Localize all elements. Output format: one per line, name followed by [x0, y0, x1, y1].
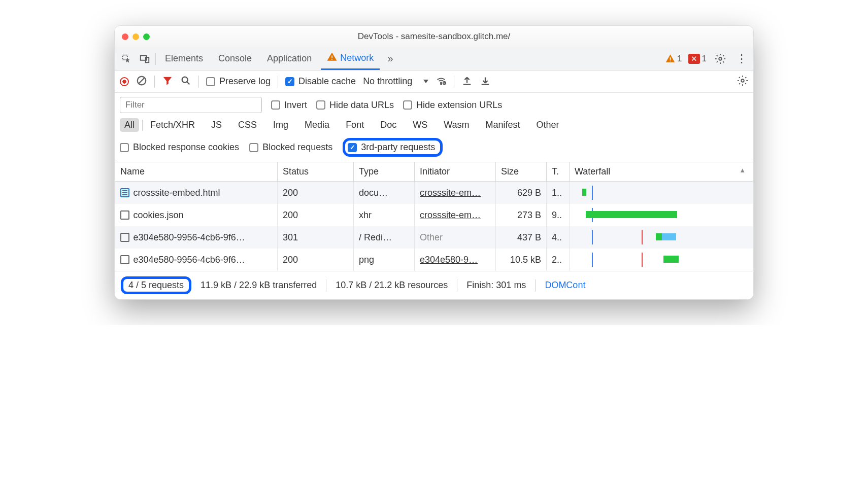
col-waterfall[interactable]: Waterfall: [570, 162, 753, 182]
tab-elements[interactable]: Elements: [159, 47, 209, 70]
initiator-link[interactable]: crosssite-em…: [420, 188, 481, 198]
checkbox-icon: [249, 143, 258, 152]
initiator-link: Other: [420, 232, 443, 242]
type-img[interactable]: Img: [269, 118, 293, 132]
type-cell: xhr: [354, 204, 415, 226]
search-icon[interactable]: [180, 75, 191, 88]
type-fetchxhr[interactable]: Fetch/XHR: [146, 118, 199, 132]
size-cell: 437 B: [496, 226, 547, 249]
third-party-label: 3rd-party requests: [361, 142, 435, 153]
invert-label: Invert: [284, 100, 307, 111]
network-conditions-icon[interactable]: [436, 75, 447, 88]
domcontent-link[interactable]: DOMCont: [536, 280, 594, 291]
initiator-link[interactable]: e304e580-9…: [420, 255, 478, 265]
table-row[interactable]: e304e580-9956-4cb6-9f6…301/ Redi…Other43…: [115, 226, 753, 249]
tab-network[interactable]: Network: [321, 47, 380, 70]
checkbox-icon: [206, 77, 215, 86]
disable-cache-checkbox[interactable]: Disable cache: [285, 76, 356, 87]
checkbox-icon: [120, 143, 129, 152]
time-cell: 4..: [547, 226, 570, 249]
record-button[interactable]: [120, 77, 129, 86]
table-row[interactable]: cookies.json200xhrcrosssite-em…273 B9..: [115, 204, 753, 226]
device-toggle-icon[interactable]: [137, 51, 152, 66]
hide-data-urls-label: Hide data URLs: [329, 100, 394, 111]
checkbox-icon: [403, 100, 412, 110]
col-size[interactable]: Size: [496, 162, 547, 182]
type-wasm[interactable]: Wasm: [439, 118, 474, 132]
warning-icon: [327, 52, 337, 64]
type-font[interactable]: Font: [341, 118, 369, 132]
checkbox-checked-icon: [285, 77, 294, 86]
blocked-requests-checkbox[interactable]: Blocked requests: [249, 142, 332, 153]
kebab-menu-icon[interactable]: ⋮: [734, 51, 749, 66]
warning-count[interactable]: 1: [665, 54, 682, 64]
status-bar: 4 / 5 requests 11.9 kB / 22.9 kB transfe…: [115, 271, 753, 299]
checkbox-checked-icon: [348, 143, 357, 152]
finish-time: Finish: 301 ms: [457, 280, 535, 291]
table-row[interactable]: e304e580-9956-4cb6-9f6…200pnge304e580-9……: [115, 249, 753, 271]
size-cell: 629 B: [496, 182, 547, 204]
throttling-dropdown-icon[interactable]: [423, 80, 428, 83]
svg-point-10: [182, 77, 188, 82]
waterfall-cell: [570, 249, 753, 271]
warning-count-value: 1: [677, 54, 682, 64]
type-css[interactable]: CSS: [233, 118, 261, 132]
upload-har-icon[interactable]: [461, 75, 473, 88]
tab-network-label: Network: [340, 53, 374, 63]
requests-highlight: 4 / 5 requests: [121, 276, 191, 294]
settings-icon[interactable]: [713, 51, 728, 66]
request-name: e304e580-9956-4cb6-9f6…: [133, 232, 245, 243]
inspect-icon[interactable]: [119, 51, 134, 66]
type-other[interactable]: Other: [532, 118, 564, 132]
error-count[interactable]: ✕ 1: [688, 54, 707, 64]
clear-button[interactable]: [136, 75, 147, 88]
col-name[interactable]: Name: [115, 162, 278, 182]
svg-point-12: [441, 83, 442, 84]
blocked-cookies-checkbox[interactable]: Blocked response cookies: [120, 142, 239, 153]
type-cell: docu…: [354, 182, 415, 204]
status-cell: 200: [278, 249, 354, 271]
type-manifest[interactable]: Manifest: [481, 118, 525, 132]
col-initiator[interactable]: Initiator: [415, 162, 496, 182]
preserve-log-checkbox[interactable]: Preserve log: [206, 76, 271, 87]
type-doc[interactable]: Doc: [376, 118, 401, 132]
col-status[interactable]: Status: [278, 162, 354, 182]
col-time[interactable]: T.: [547, 162, 570, 182]
hide-extension-urls-checkbox[interactable]: Hide extension URLs: [403, 100, 502, 111]
size-cell: 10.5 kB: [496, 249, 547, 271]
file-blank-icon: [120, 210, 129, 220]
error-count-value: 1: [702, 54, 707, 64]
download-har-icon[interactable]: [480, 75, 491, 88]
type-media[interactable]: Media: [300, 118, 334, 132]
svg-point-7: [719, 57, 722, 60]
initiator-link[interactable]: crosssite-em…: [420, 210, 481, 220]
svg-rect-5: [670, 57, 671, 60]
filter-icon[interactable]: [162, 75, 173, 88]
status-cell: 301: [278, 226, 354, 249]
filter-row: Invert Hide data URLs Hide extension URL…: [115, 93, 753, 115]
window-title: DevTools - samesite-sandbox.glitch.me/: [115, 31, 753, 42]
throttling-select[interactable]: No throttling: [363, 76, 412, 87]
third-party-checkbox[interactable]: 3rd-party requests: [348, 142, 435, 153]
tab-console[interactable]: Console: [212, 47, 258, 70]
network-settings-icon[interactable]: [737, 75, 748, 88]
titlebar: DevTools - samesite-sandbox.glitch.me/: [115, 26, 753, 47]
blocked-cookies-label: Blocked response cookies: [133, 142, 239, 153]
hide-data-urls-checkbox[interactable]: Hide data URLs: [316, 100, 394, 111]
main-tabs: Elements Console Application Network » 1…: [115, 47, 753, 71]
more-tabs-icon[interactable]: »: [383, 51, 398, 66]
tab-application[interactable]: Application: [261, 47, 318, 70]
request-name: cookies.json: [133, 210, 184, 221]
type-cell: / Redi…: [354, 226, 415, 249]
divider: [278, 76, 278, 88]
table-row[interactable]: crosssite-embed.html200docu…crosssite-em…: [115, 182, 753, 204]
request-name: crosssite-embed.html: [133, 188, 220, 198]
filter-input[interactable]: [120, 97, 262, 113]
waterfall-cell: [570, 204, 753, 226]
col-type[interactable]: Type: [354, 162, 415, 182]
type-ws[interactable]: WS: [408, 118, 432, 132]
type-js[interactable]: JS: [207, 118, 226, 132]
invert-checkbox[interactable]: Invert: [271, 100, 307, 111]
extra-filters: Blocked response cookies Blocked request…: [115, 136, 753, 162]
type-all[interactable]: All: [120, 118, 139, 132]
